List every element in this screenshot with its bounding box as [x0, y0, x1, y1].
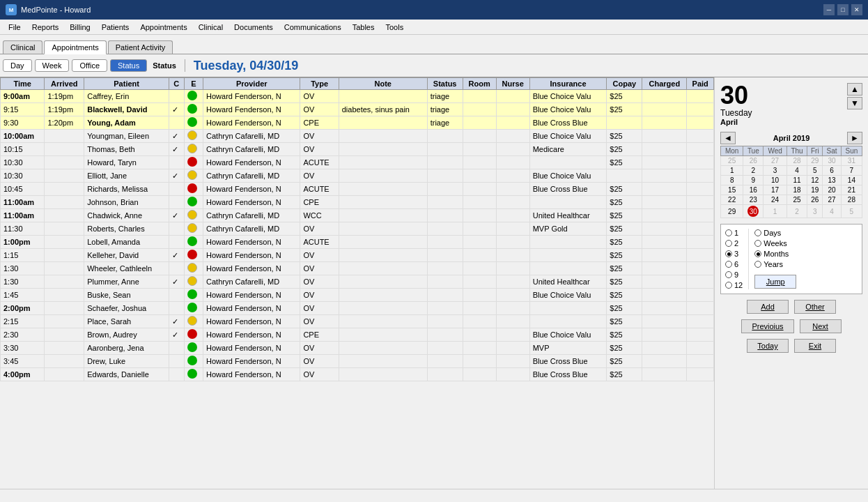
cal-day[interactable]: 5 — [841, 205, 862, 218]
table-row[interactable]: 11:00amJohnson, BrianHoward Fenderson, N… — [1, 196, 714, 209]
minimize-button[interactable]: ─ — [823, 4, 835, 15]
table-row[interactable]: 10:15Thomas, Beth✓Cathryn Cafarelli, MDO… — [1, 143, 714, 156]
cal-day[interactable]: 28 — [841, 195, 862, 205]
cal-day[interactable]: 10 — [764, 176, 787, 185]
cal-day[interactable]: 14 — [841, 176, 862, 185]
cal-up-button[interactable]: ▲ — [847, 83, 862, 96]
cal-day[interactable]: 31 — [841, 156, 862, 166]
menu-item-billing[interactable]: Billing — [64, 22, 95, 33]
today-button[interactable]: Today — [747, 339, 789, 353]
number-radio-9[interactable]: 9 — [725, 271, 743, 279]
cal-day[interactable]: 20 — [823, 185, 841, 195]
cal-day[interactable]: 25 — [786, 195, 807, 205]
table-row[interactable]: 1:45Buske, SeanHoward Fenderson, NOVBlue… — [1, 289, 714, 302]
next-button[interactable]: Next — [800, 319, 842, 333]
cal-prev-month-button[interactable]: ◄ — [720, 132, 736, 144]
cal-day[interactable]: 30 — [743, 205, 764, 218]
nav-tab-status[interactable]: Status — [110, 59, 147, 72]
menu-item-documents[interactable]: Documents — [228, 22, 279, 33]
table-row[interactable]: 2:15Place, Sarah✓Howard Fenderson, NOV$2… — [1, 315, 714, 328]
cal-day[interactable]: 19 — [807, 185, 823, 195]
cal-day[interactable]: 1 — [764, 205, 787, 218]
cal-day[interactable]: 4 — [786, 166, 807, 176]
table-row[interactable]: 2:30Brown, Audrey✓Howard Fenderson, NCPE… — [1, 328, 714, 342]
cal-day[interactable]: 17 — [764, 185, 787, 195]
cal-day[interactable]: 13 — [823, 176, 841, 185]
appointments-table-container[interactable]: TimeArrivedPatientCEProviderTypeNoteStat… — [0, 77, 715, 489]
other-button[interactable]: Other — [794, 300, 836, 314]
table-row[interactable]: 4:00pmEdwards, DanielleHoward Fenderson,… — [1, 368, 714, 381]
jump-button[interactable]: Jump — [754, 275, 796, 289]
cal-day[interactable]: 2 — [743, 166, 764, 176]
cal-day[interactable]: 1 — [721, 166, 743, 176]
type-radio-days[interactable]: Days — [754, 229, 796, 237]
table-row[interactable]: 10:00amYoungman, Eileen✓Cathryn Cafarell… — [1, 130, 714, 143]
menu-item-tables[interactable]: Tables — [347, 22, 380, 33]
number-radio-1[interactable]: 1 — [725, 229, 743, 237]
table-row[interactable]: 2:00pmSchaefer, JoshuaHoward Fenderson, … — [1, 302, 714, 315]
menu-item-patients[interactable]: Patients — [96, 22, 135, 33]
cal-day[interactable]: 6 — [823, 166, 841, 176]
cal-day[interactable]: 27 — [764, 156, 787, 166]
table-row[interactable]: 3:45Drew, LukeHoward Fenderson, NOVBlue … — [1, 355, 714, 368]
cal-down-button[interactable]: ▼ — [847, 97, 862, 109]
bottom-scroll[interactable] — [0, 489, 868, 500]
cal-day[interactable]: 25 — [721, 156, 743, 166]
cal-day[interactable]: 12 — [807, 176, 823, 185]
cal-day[interactable]: 18 — [786, 185, 807, 195]
cal-day[interactable]: 23 — [743, 195, 764, 205]
table-row[interactable]: 9:301:20pmYoung, AdamHoward Fenderson, N… — [1, 116, 714, 130]
menu-item-reports[interactable]: Reports — [26, 22, 65, 33]
cal-day[interactable]: 15 — [721, 185, 743, 195]
type-radio-months[interactable]: Months — [754, 250, 796, 258]
nav-tab-week[interactable]: Week — [35, 59, 70, 72]
close-button[interactable]: ✕ — [851, 4, 862, 15]
type-radio-weeks[interactable]: Weeks — [754, 239, 796, 248]
cal-day[interactable]: 24 — [764, 195, 787, 205]
cal-day[interactable]: 2 — [786, 205, 807, 218]
nav-tab-office[interactable]: Office — [72, 59, 107, 72]
tab-appointments[interactable]: Appointments — [44, 40, 106, 54]
maximize-button[interactable]: □ — [837, 4, 848, 15]
cal-day[interactable]: 11 — [786, 176, 807, 185]
cal-day[interactable]: 22 — [721, 195, 743, 205]
menu-item-clinical[interactable]: Clinical — [193, 22, 228, 33]
number-radio-3[interactable]: 3 — [725, 250, 743, 258]
nav-tab-day[interactable]: Day — [3, 59, 32, 72]
table-row[interactable]: 1:30Wheeler, CathleelnHoward Fenderson, … — [1, 262, 714, 275]
table-row[interactable]: 3:30Aaronberg, JenaHoward Fenderson, NOV… — [1, 342, 714, 355]
cal-day[interactable]: 5 — [807, 166, 823, 176]
cal-day[interactable]: 29 — [721, 205, 743, 218]
cal-day[interactable]: 26 — [743, 156, 764, 166]
cal-day[interactable]: 27 — [823, 195, 841, 205]
cal-day[interactable]: 3 — [764, 166, 787, 176]
table-row[interactable]: 11:30Roberts, CharlesCathryn Cafarelli, … — [1, 222, 714, 236]
previous-button[interactable]: Previoius — [741, 319, 793, 333]
table-row[interactable]: 10:30Howard, TarynHoward Fenderson, NACU… — [1, 156, 714, 169]
menu-item-file[interactable]: File — [3, 22, 26, 33]
cal-day[interactable]: 26 — [807, 195, 823, 205]
tab-patient-activity[interactable]: Patient Activity — [108, 40, 173, 54]
tab-clinical[interactable]: Clinical — [3, 40, 42, 54]
cal-day[interactable]: 3 — [807, 205, 823, 218]
cal-next-month-button[interactable]: ► — [847, 132, 862, 144]
exit-button[interactable]: Exit — [794, 339, 836, 353]
menu-item-appointments[interactable]: Appointments — [134, 22, 192, 33]
table-row[interactable]: 1:15Kelleher, David✓Howard Fenderson, NO… — [1, 249, 714, 262]
number-radio-6[interactable]: 6 — [725, 260, 743, 268]
cal-day[interactable]: 7 — [841, 166, 862, 176]
table-row[interactable]: 10:45Richards, MelissaHoward Fenderson, … — [1, 183, 714, 196]
number-radio-2[interactable]: 2 — [725, 239, 743, 248]
cal-day[interactable]: 21 — [841, 185, 862, 195]
table-row[interactable]: 9:00am1:19pmCaffrey, ErinHoward Fenderso… — [1, 90, 714, 103]
cal-day[interactable]: 9 — [743, 176, 764, 185]
cal-day[interactable]: 4 — [823, 205, 841, 218]
table-row[interactable]: 11:00amChadwick, Anne✓Cathryn Cafarelli,… — [1, 209, 714, 222]
type-radio-years[interactable]: Years — [754, 260, 796, 268]
cal-day[interactable]: 30 — [823, 156, 841, 166]
cal-day[interactable]: 8 — [721, 176, 743, 185]
cal-day[interactable]: 16 — [743, 185, 764, 195]
cal-day[interactable]: 29 — [807, 156, 823, 166]
cal-day[interactable]: 28 — [786, 156, 807, 166]
table-row[interactable]: 1:30Plummer, Anne✓Cathryn Cafarelli, MDO… — [1, 275, 714, 289]
